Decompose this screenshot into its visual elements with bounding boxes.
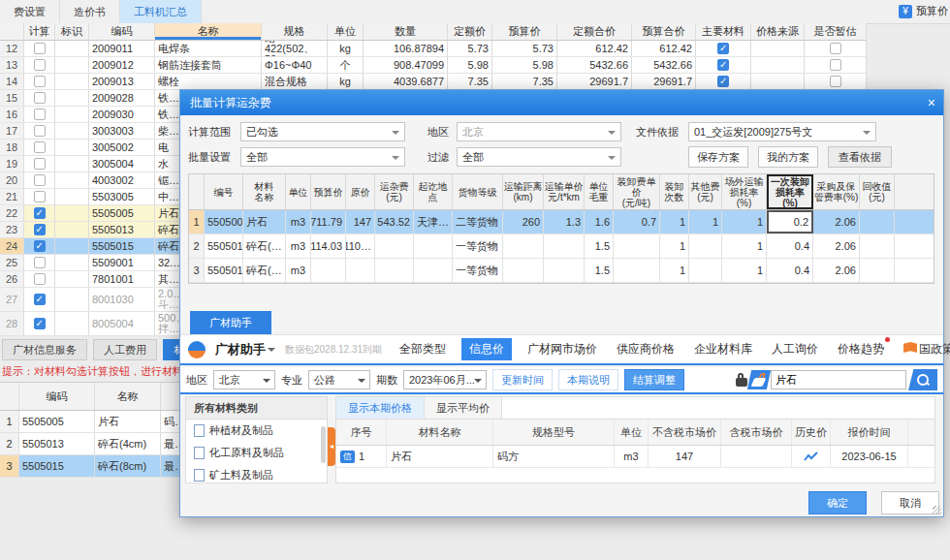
period-note-button[interactable]: 本期说明 bbox=[558, 369, 618, 390]
transport-unit-price-cell[interactable] bbox=[544, 259, 585, 282]
table-row[interactable]: 2 5505013 碎石(… m3 114.03 110… 一等货物 1.5 1… bbox=[189, 234, 934, 259]
budget-price-cell[interactable]: 5.73 bbox=[492, 41, 557, 56]
unit-cell[interactable]: kg bbox=[328, 74, 364, 89]
calc-checkbox-cell[interactable] bbox=[24, 255, 55, 270]
column-header-handling-loss-rate[interactable]: 一次装卸 损耗率 (%) bbox=[767, 174, 813, 209]
handling-loss-rate-cell[interactable]: 0.2 bbox=[767, 210, 813, 233]
column-header-distance[interactable]: 运输距离 (km) bbox=[503, 174, 544, 209]
procurement-rate-cell[interactable]: 2.06 bbox=[813, 210, 860, 233]
nav-enterprise-library[interactable]: 企业材料库 bbox=[690, 338, 756, 360]
price-excl-tax-cell[interactable]: 147 bbox=[649, 446, 721, 467]
panel-collapse-handle[interactable]: ◂ bbox=[328, 427, 335, 466]
calc-checkbox[interactable] bbox=[34, 109, 46, 120]
provisional-cell[interactable] bbox=[805, 74, 867, 89]
procurement-rate-cell[interactable]: 2.06 bbox=[813, 259, 860, 282]
budget-price-cell[interactable]: 711.79 bbox=[311, 210, 346, 233]
handling-times-cell[interactable]: 1 bbox=[660, 234, 689, 258]
category-item-chemical[interactable]: 化工原料及制品 bbox=[186, 442, 327, 464]
unit-cell[interactable]: m3 bbox=[286, 259, 311, 282]
calc-checkbox-cell[interactable] bbox=[24, 107, 55, 122]
budget-price-cell[interactable] bbox=[311, 259, 346, 282]
column-header-name[interactable]: 名称 bbox=[95, 383, 161, 410]
column-header-mark[interactable]: 标识 bbox=[55, 23, 89, 40]
mark-cell[interactable] bbox=[55, 189, 89, 204]
mark-cell[interactable] bbox=[55, 255, 89, 270]
confirm-button[interactable]: 确定 bbox=[808, 491, 867, 514]
tab-pricing-book[interactable]: 造价书 bbox=[60, 0, 120, 23]
qty-cell[interactable]: 106.87894 bbox=[364, 41, 448, 56]
unit-cell[interactable]: kg bbox=[328, 41, 364, 56]
main-material-cell[interactable] bbox=[696, 41, 751, 56]
mark-cell[interactable] bbox=[55, 205, 89, 221]
transport-fee-cell[interactable]: 543.52 bbox=[375, 210, 414, 233]
calc-checkbox[interactable] bbox=[34, 158, 46, 170]
column-header-provisional[interactable]: 是否暂估 bbox=[805, 23, 867, 40]
calc-checkbox-cell[interactable] bbox=[24, 312, 55, 335]
code-cell[interactable]: 5505013 bbox=[19, 433, 95, 454]
column-header-transport-unit-price[interactable]: 运输单价 元/t*km bbox=[544, 174, 585, 209]
category-item-mineral[interactable]: 矿土料及制品 bbox=[186, 464, 327, 486]
name-cell[interactable]: 片石 bbox=[95, 411, 161, 432]
code-cell[interactable]: 2009012 bbox=[89, 57, 155, 73]
mark-cell[interactable] bbox=[55, 271, 89, 287]
calc-checkbox[interactable] bbox=[34, 43, 46, 54]
code-cell[interactable]: 8001030 bbox=[89, 288, 155, 311]
quota-total-cell[interactable]: 5432.66 bbox=[557, 57, 632, 73]
calc-checkbox[interactable] bbox=[34, 174, 46, 186]
calc-checkbox-cell[interactable] bbox=[24, 90, 55, 106]
column-header-other-fee[interactable]: 其他费 (元) bbox=[689, 174, 722, 209]
table-row[interactable]: 3 5505015 碎石(… m3 一等货物 1.5 1 1 0 bbox=[189, 259, 934, 283]
column-header-unit[interactable]: 单位 bbox=[286, 174, 311, 209]
quota-price-cell[interactable]: 7.35 bbox=[448, 74, 492, 89]
mark-cell[interactable] bbox=[55, 238, 89, 254]
distance-cell[interactable] bbox=[503, 234, 544, 258]
table-row[interactable]: 14 2009013 螺栓 混合规格 kg 4039.6877 7.35 7.3… bbox=[0, 74, 867, 90]
calc-checkbox-cell[interactable] bbox=[24, 172, 55, 188]
column-header-transport-fee[interactable]: 运杂费 (元) bbox=[375, 174, 414, 209]
transport-fee-cell[interactable] bbox=[375, 234, 414, 258]
column-header-budget-price[interactable]: 预算价 bbox=[492, 23, 557, 40]
table-row[interactable]: 12 2009011 电焊条 结422(502、50… kg 106.87894… bbox=[0, 41, 867, 57]
nav-market-price[interactable]: 广材网市场价 bbox=[523, 338, 601, 360]
handling-loss-rate-cell[interactable]: 0.4 bbox=[767, 234, 813, 258]
code-cell[interactable]: 5505013 bbox=[205, 234, 243, 258]
spec-cell[interactable]: Φ16~Φ40 bbox=[262, 57, 328, 73]
price-table-row[interactable]: 信1 片石 码方 m3 147 2023-06-15 bbox=[336, 446, 934, 468]
unit-weight-cell[interactable]: 1.6 bbox=[585, 210, 614, 233]
calc-checkbox-cell[interactable] bbox=[24, 222, 55, 237]
budget-total-cell[interactable]: 29691.7 bbox=[632, 74, 696, 89]
calc-checkbox-cell[interactable] bbox=[24, 57, 55, 73]
calc-checkbox[interactable] bbox=[34, 92, 46, 104]
name-cell[interactable]: 螺栓 bbox=[155, 74, 262, 89]
table-row[interactable]: 13 2009012 钢筋连接套筒 Φ16~Φ40 个 908.47099 5.… bbox=[0, 57, 867, 74]
tab-labor-cost[interactable]: 人工费用 bbox=[93, 339, 157, 360]
calc-checkbox[interactable] bbox=[34, 240, 46, 252]
origin-cell[interactable] bbox=[414, 259, 453, 282]
calc-checkbox[interactable] bbox=[34, 125, 46, 137]
column-header-code[interactable]: 编码 bbox=[89, 23, 155, 40]
handling-times-cell[interactable]: 1 bbox=[660, 259, 689, 282]
mark-cell[interactable] bbox=[55, 172, 89, 188]
unit-cell[interactable]: m3 bbox=[286, 234, 311, 258]
column-header-calc[interactable]: 计算 bbox=[24, 23, 55, 40]
procurement-rate-cell[interactable]: 2.06 bbox=[813, 234, 860, 258]
calc-checkbox[interactable] bbox=[34, 76, 46, 87]
code-cell[interactable]: 3003003 bbox=[89, 123, 155, 139]
column-header-spec-model[interactable]: 规格型号 bbox=[493, 420, 615, 445]
tab-labor-material-summary[interactable]: 工料机汇总 bbox=[120, 0, 202, 23]
unit-cell[interactable]: 个 bbox=[328, 57, 364, 73]
nav-labor-inquiry[interactable]: 人工询价 bbox=[768, 338, 822, 360]
recovery-value-cell[interactable] bbox=[860, 259, 895, 282]
column-header-quote-date[interactable]: 报价时间 bbox=[831, 420, 908, 445]
calc-checkbox-cell[interactable] bbox=[24, 156, 55, 171]
origin-cell[interactable] bbox=[414, 234, 453, 258]
main-material-checkbox[interactable] bbox=[717, 43, 729, 54]
unit-cell[interactable]: m3 bbox=[286, 210, 311, 233]
code-cell[interactable]: 3005004 bbox=[89, 156, 155, 171]
name-cell[interactable]: 钢筋连接套筒 bbox=[155, 57, 262, 73]
trend-chart-icon[interactable] bbox=[804, 451, 819, 462]
cargo-class-cell[interactable]: 一等货物 bbox=[453, 259, 503, 282]
column-header-origin[interactable]: 起讫地点 bbox=[414, 174, 453, 209]
batch-settings-select[interactable]: 全部 bbox=[240, 147, 405, 167]
handling-unit-price-cell[interactable]: 0.7 bbox=[614, 210, 660, 233]
